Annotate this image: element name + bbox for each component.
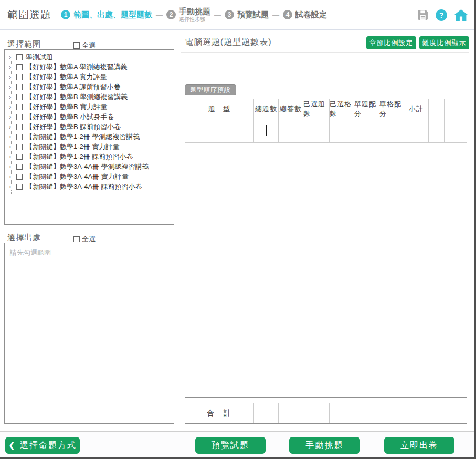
tree-item-checkbox[interactable] bbox=[16, 174, 23, 180]
tree-item-checkbox[interactable] bbox=[16, 164, 23, 170]
tree-item-checkbox[interactable] bbox=[16, 54, 23, 60]
expand-icon[interactable]: › bbox=[9, 94, 15, 100]
step-2-manual-pick[interactable]: 2 手動挑題 選擇性步驟 bbox=[166, 7, 210, 22]
tree-item-checkbox[interactable] bbox=[16, 124, 23, 130]
total-table: 合 計 bbox=[185, 403, 467, 424]
step-4-number: 4 bbox=[283, 10, 292, 19]
tree-item[interactable]: ›【新關鍵】數學3A-4A冊 課前預習小卷 bbox=[5, 182, 174, 191]
total-label-cell: 合 計 bbox=[185, 403, 253, 423]
expand-icon[interactable]: › bbox=[9, 184, 15, 190]
tree-item[interactable]: ›【新關鍵】數學1-2冊 學測總複習講義 bbox=[5, 132, 174, 142]
source-select-all-checkbox[interactable] bbox=[73, 236, 80, 242]
step-4-paper-settings[interactable]: 4 試卷設定 bbox=[283, 10, 327, 20]
total-value-cell bbox=[253, 403, 278, 423]
tree-item[interactable]: ›【好好學】數學B 小試身手卷 bbox=[5, 112, 174, 122]
expand-icon[interactable]: › bbox=[9, 64, 15, 70]
preview-questions-button[interactable]: 預覽試題 bbox=[195, 437, 266, 454]
column-header: 單格配分 bbox=[379, 99, 404, 119]
column-header: 小計 bbox=[404, 99, 428, 119]
expand-icon[interactable]: › bbox=[9, 54, 15, 60]
tree-item-checkbox[interactable] bbox=[16, 84, 23, 90]
tree-item-label: 【新關鍵】數學1-2冊 課前預習小卷 bbox=[26, 152, 133, 162]
type-order-preset-button[interactable]: 題型順序預設 bbox=[185, 84, 236, 95]
manual-pick-button[interactable]: 手動挑題 bbox=[289, 437, 360, 454]
subtotal-cell[interactable] bbox=[404, 119, 428, 142]
question-type-table: 題 型 總題數 總答數 已選題數 已選格數 單題配分 單格配分 小計 bbox=[185, 99, 467, 398]
right-panel-divider bbox=[181, 52, 469, 53]
tree-item-checkbox[interactable] bbox=[16, 134, 23, 140]
tree-item-checkbox[interactable] bbox=[16, 74, 23, 80]
step-1-range[interactable]: 1 範圍、出處、題型題數 bbox=[61, 10, 152, 20]
tree-item-checkbox[interactable] bbox=[16, 154, 23, 160]
expand-icon[interactable]: › bbox=[9, 134, 15, 140]
range-select-all-checkbox[interactable] bbox=[73, 42, 80, 49]
column-header: 總題數 bbox=[253, 99, 278, 119]
expand-icon[interactable]: › bbox=[9, 114, 15, 120]
expand-icon[interactable]: › bbox=[9, 144, 15, 150]
source-section-title: 選擇出處 bbox=[7, 233, 41, 243]
per-question-score-cell[interactable] bbox=[354, 119, 379, 142]
tree-item-checkbox[interactable] bbox=[16, 104, 23, 110]
tree-item-checkbox[interactable] bbox=[16, 144, 23, 150]
save-icon[interactable] bbox=[417, 9, 428, 20]
app-window: 範圍選題 1 範圍、出處、題型題數 — 2 手動挑題 選擇性步驟 — 3 預覽試… bbox=[0, 0, 476, 459]
back-to-mode-button[interactable]: ❮ 選擇命題方式 bbox=[5, 437, 80, 454]
tree-item-label: 【好好學】數學B 小試身手卷 bbox=[26, 112, 114, 122]
tree-item[interactable]: ›【好好學】數學A 學測總複習講義 bbox=[5, 62, 174, 72]
total-answers-cell[interactable] bbox=[278, 119, 303, 142]
tree-item-checkbox[interactable] bbox=[16, 114, 23, 120]
step-2-label-group: 手動挑題 選擇性步驟 bbox=[179, 7, 210, 22]
column-header: 題 型 bbox=[185, 99, 253, 119]
create-paper-button[interactable]: 立即出卷 bbox=[384, 437, 454, 454]
column-header bbox=[444, 99, 467, 119]
tree-item-label: 【好好學】數學B 實力評量 bbox=[26, 102, 107, 112]
total-questions-cell[interactable] bbox=[253, 119, 278, 142]
tree-item[interactable]: ›【好好學】數學B 課前預習小卷 bbox=[5, 122, 174, 132]
tree-item-checkbox[interactable] bbox=[16, 64, 23, 70]
tree-item-label: 【新關鍵】數學3A-4A冊 實力評量 bbox=[26, 172, 129, 182]
page-title: 範圍選題 bbox=[7, 8, 51, 22]
help-icon[interactable]: ? bbox=[436, 9, 447, 21]
selected-questions-cell[interactable] bbox=[303, 119, 329, 142]
tree-item[interactable]: ›【新關鍵】數學1-2冊 課前預習小卷 bbox=[5, 152, 174, 162]
chapter-ratio-button[interactable]: 章節比例設定 bbox=[366, 36, 416, 49]
step-2-sublabel: 選擇性步驟 bbox=[179, 16, 210, 22]
step-separator: — bbox=[272, 11, 279, 19]
tree-item[interactable]: ›【新關鍵】數學1-2冊 實力評量 bbox=[5, 142, 174, 152]
bottom-bar: ❮ 選擇命題方式 預覽試題 手動挑題 立即出卷 bbox=[0, 431, 476, 459]
expand-icon[interactable]: › bbox=[9, 74, 15, 80]
selected-blanks-cell[interactable] bbox=[329, 119, 354, 142]
difficulty-ratio-button[interactable]: 難度比例顯示 bbox=[419, 36, 469, 49]
per-blank-score-cell[interactable] bbox=[379, 119, 404, 142]
tree-item[interactable]: ›【好好學】數學A 實力評量 bbox=[5, 72, 174, 82]
tree-item[interactable]: ›學測試題 bbox=[5, 52, 174, 62]
step-3-label: 預覽試題 bbox=[237, 10, 269, 20]
total-row: 合 計 bbox=[185, 403, 467, 423]
expand-icon[interactable]: › bbox=[9, 154, 15, 160]
text-cursor bbox=[266, 125, 267, 136]
column-header: 已選格數 bbox=[329, 99, 354, 119]
total-value-cell bbox=[417, 403, 467, 423]
step-2-label: 手動挑題 bbox=[179, 7, 210, 16]
tree-item[interactable]: ›【好好學】數學B 實力評量 bbox=[5, 102, 174, 112]
total-value-cell bbox=[354, 403, 386, 423]
tree-item-label: 【好好學】數學B 學測總複習講義 bbox=[26, 92, 128, 102]
question-type-cell[interactable] bbox=[185, 119, 253, 142]
expand-icon[interactable]: › bbox=[9, 174, 15, 180]
expand-icon[interactable]: › bbox=[9, 84, 15, 90]
total-value-cell bbox=[386, 403, 417, 423]
back-button-label: 選擇命題方式 bbox=[20, 441, 77, 450]
expand-icon[interactable]: › bbox=[9, 104, 15, 110]
empty-cell bbox=[428, 119, 444, 142]
tree-item[interactable]: ›【好好學】數學A 課前預習小卷 bbox=[5, 82, 174, 92]
step-3-preview[interactable]: 3 預覽試題 bbox=[225, 10, 269, 20]
tree-item[interactable]: ›【新關鍵】數學3A-4A冊 實力評量 bbox=[5, 172, 174, 182]
expand-icon[interactable]: › bbox=[9, 164, 15, 170]
expand-icon[interactable]: › bbox=[9, 124, 15, 130]
home-icon[interactable] bbox=[454, 9, 468, 21]
tree-item[interactable]: ›【好好學】數學B 學測總複習講義 bbox=[5, 92, 174, 102]
tree-item-checkbox[interactable] bbox=[16, 94, 23, 100]
tree-item-checkbox[interactable] bbox=[16, 184, 23, 190]
step-4-label: 試卷設定 bbox=[295, 10, 327, 20]
tree-item[interactable]: ›【新關鍵】數學3A-4A冊 學測總複習講義 bbox=[5, 162, 174, 172]
